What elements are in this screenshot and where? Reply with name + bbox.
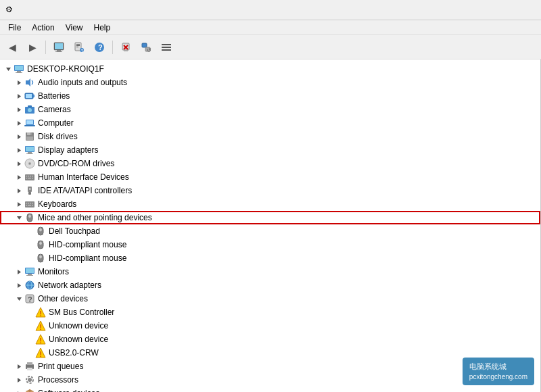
- help-button[interactable]: ?: [90, 38, 109, 57]
- tree-item-displayadapters[interactable]: Display adapters: [0, 143, 540, 157]
- tree-item-unknown1[interactable]: !Unknown device: [0, 319, 540, 333]
- minimize-button[interactable]: [442, 0, 473, 20]
- tree-toggle-mice[interactable]: [14, 212, 24, 223]
- tree-icon-software: [24, 388, 35, 392]
- tree-toggle-displayadapters[interactable]: [14, 145, 24, 155]
- menu-help[interactable]: Help: [89, 22, 116, 34]
- tree-item-dell-touchpad[interactable]: Dell Touchpad: [0, 224, 540, 238]
- properties-button[interactable]: ?: [70, 38, 89, 57]
- tree-icon-ide: [24, 185, 35, 196]
- toolbar-separator-2: [112, 41, 113, 54]
- device-tree[interactable]: DESKTOP-KROIQ1FAudio inputs and outputsB…: [0, 59, 541, 392]
- back-button[interactable]: ◀: [3, 38, 22, 57]
- svg-rect-19: [162, 44, 171, 45]
- tree-toggle-dvdrom[interactable]: [14, 158, 24, 169]
- svg-rect-63: [32, 178, 33, 178]
- tree-toggle-cameras[interactable]: [14, 104, 24, 115]
- tree-item-hid-mouse1[interactable]: HID-compliant mouse: [0, 238, 540, 251]
- tree-item-unknown2[interactable]: !Unknown device: [0, 333, 540, 346]
- tree-label-dvdrom: DVD/CD-ROM drives: [38, 159, 114, 168]
- tree-item-monitors[interactable]: Monitors: [0, 265, 540, 278]
- tree-item-other[interactable]: ?Other devices: [0, 292, 540, 305]
- svg-marker-91: [18, 270, 21, 274]
- tree-item-root[interactable]: DESKTOP-KROIQ1F: [0, 62, 540, 76]
- tree-toggle-diskdrives[interactable]: [14, 131, 24, 142]
- svg-rect-50: [26, 153, 33, 154]
- tree-icon-displayadapters: [24, 145, 35, 155]
- tree-toggle-software[interactable]: [14, 388, 24, 392]
- menu-view[interactable]: View: [60, 22, 89, 34]
- tree-item-batteries[interactable]: Batteries: [0, 89, 540, 103]
- svg-rect-36: [28, 105, 32, 107]
- tree-label-root: DESKTOP-KROIQ1F: [27, 64, 104, 74]
- tree-item-processors[interactable]: Processors: [0, 373, 540, 387]
- view-button[interactable]: [157, 38, 176, 57]
- tree-toggle-other[interactable]: [14, 293, 24, 304]
- close-button[interactable]: [504, 0, 536, 20]
- tree-item-computer[interactable]: Computer: [0, 116, 540, 130]
- svg-text:!: !: [40, 337, 42, 345]
- tree-item-diskdrives[interactable]: Disk drives: [0, 130, 540, 143]
- svg-rect-5: [76, 44, 80, 45]
- tree-icon-cameras: [24, 104, 35, 115]
- svg-rect-25: [17, 71, 21, 72]
- tree-toggle-printqueues[interactable]: [14, 361, 24, 372]
- svg-rect-24: [15, 66, 23, 70]
- tree-label-cameras: Cameras: [38, 105, 71, 114]
- tree-toggle-keyboards[interactable]: [14, 199, 24, 210]
- tree-item-audio[interactable]: Audio inputs and outputs: [0, 76, 540, 89]
- tree-item-ide[interactable]: IDE ATA/ATAPI controllers: [0, 184, 540, 197]
- tree-toggle-network[interactable]: [14, 280, 24, 291]
- svg-marker-64: [18, 189, 21, 193]
- tree-toggle-computer[interactable]: [14, 118, 24, 128]
- tree-toggle-root[interactable]: [3, 64, 14, 74]
- tree-item-dvdrom[interactable]: DVD/CD-ROM drives: [0, 157, 540, 170]
- svg-marker-46: [18, 148, 21, 153]
- svg-rect-44: [30, 132, 32, 135]
- tree-item-keyboards[interactable]: Keyboards: [0, 197, 540, 211]
- tree-icon-computer: [24, 118, 35, 128]
- tree-toggle-smbus: [24, 307, 35, 318]
- toolbar: ◀ ▶ ? ?: [0, 35, 541, 59]
- menu-file[interactable]: File: [3, 22, 26, 34]
- svg-rect-6: [76, 45, 80, 46]
- scan-button[interactable]: ↺: [137, 38, 156, 57]
- tree-item-usb2crw[interactable]: !USB2.0-CRW: [0, 346, 540, 360]
- tree-item-cameras[interactable]: Cameras: [0, 103, 540, 116]
- title-bar: ⚙: [0, 0, 541, 20]
- tree-icon-hid-mouse2: [35, 253, 46, 264]
- computer-button[interactable]: [49, 38, 68, 57]
- main-content: DESKTOP-KROIQ1FAudio inputs and outputsB…: [0, 59, 541, 392]
- watermark: 电脑系统城 pcxitongcheng.com: [463, 358, 534, 386]
- uninstall-button[interactable]: [116, 38, 135, 57]
- svg-rect-62: [28, 178, 31, 178]
- tree-toggle-ide[interactable]: [14, 185, 24, 196]
- tree-toggle-usb2crw: [24, 347, 35, 358]
- tree-item-smbus[interactable]: !SM Bus Controller: [0, 305, 540, 319]
- svg-rect-114: [27, 368, 32, 370]
- watermark-text: 电脑系统城: [469, 361, 527, 372]
- tree-toggle-monitors[interactable]: [14, 266, 24, 277]
- forward-button[interactable]: ▶: [23, 38, 42, 57]
- tree-item-hid-mouse2[interactable]: HID-compliant mouse: [0, 251, 540, 265]
- maximize-button[interactable]: [473, 0, 504, 20]
- svg-rect-76: [28, 205, 31, 205]
- svg-rect-21: [162, 49, 171, 51]
- svg-rect-48: [26, 147, 34, 151]
- tree-toggle-batteries[interactable]: [14, 91, 24, 101]
- tree-icon-other: ?: [24, 293, 35, 304]
- tree-item-software[interactable]: Software devices: [0, 387, 540, 392]
- tree-label-software: Software devices: [38, 389, 99, 392]
- tree-item-hid[interactable]: Human Interface Devices: [0, 170, 540, 184]
- svg-rect-68: [28, 192, 31, 195]
- tree-toggle-hid[interactable]: [14, 172, 24, 182]
- tree-label-dell-touchpad: Dell Touchpad: [49, 226, 100, 236]
- tree-toggle-audio[interactable]: [14, 77, 24, 88]
- tree-item-network[interactable]: Network adapters: [0, 278, 540, 292]
- svg-marker-29: [18, 94, 21, 99]
- tree-item-mice[interactable]: Mice and other pointing devices: [0, 211, 540, 224]
- tree-item-printqueues[interactable]: Print queues: [0, 360, 540, 373]
- tree-toggle-processors[interactable]: [14, 374, 24, 385]
- menu-action[interactable]: Action: [26, 22, 60, 34]
- svg-text:↺: ↺: [147, 47, 151, 53]
